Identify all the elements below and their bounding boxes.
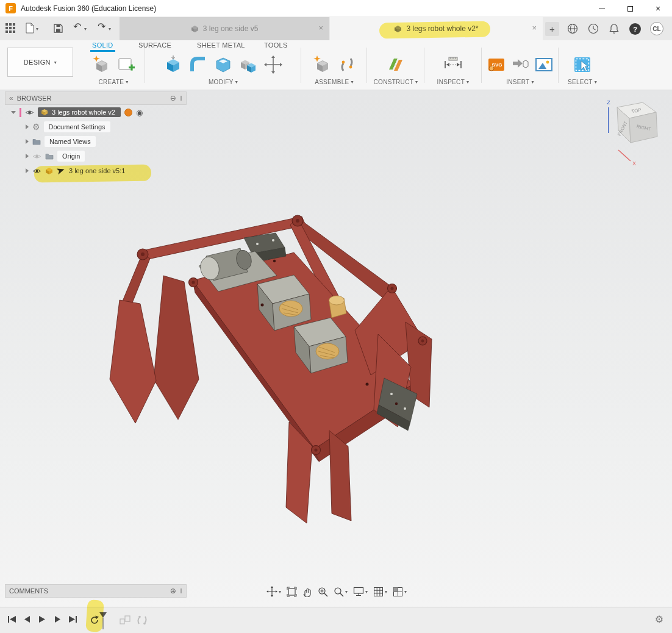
doc-tab-active[interactable]: 3 legs robot whole v2* ×	[330, 17, 543, 40]
browser-panel: « BROWSER ⊖ ‖ 3 legs robot whole v2 ◉ ⚙	[5, 91, 187, 178]
combine-icon[interactable]	[238, 55, 258, 74]
add-comment-icon[interactable]: ⊕	[170, 587, 176, 595]
expander-icon[interactable]	[26, 154, 29, 159]
save-icon[interactable]	[54, 24, 63, 33]
notifications-bell-icon[interactable]	[609, 23, 619, 34]
fillet-icon[interactable]	[188, 55, 208, 74]
tab-sheet-metal[interactable]: SHEET METAL	[195, 40, 247, 52]
web-browser-icon[interactable]	[567, 23, 578, 34]
workspace-label: DESIGN	[24, 59, 51, 66]
tab-solid[interactable]: SOLID	[90, 40, 115, 52]
assemble-new-component-icon[interactable]	[312, 55, 332, 74]
ribbon-separator	[301, 48, 301, 83]
visibility-eye-icon[interactable]	[25, 109, 34, 116]
shell-icon[interactable]	[213, 55, 233, 74]
maximize-button[interactable]	[616, 0, 644, 17]
display-settings[interactable]: ▾	[353, 587, 368, 596]
browser-item-origin[interactable]: Origin	[5, 149, 187, 163]
minimize-button[interactable]	[588, 0, 616, 17]
timeline-bar: ⚙	[0, 607, 672, 633]
create-sketch-icon[interactable]	[116, 55, 136, 74]
ground-target-icon[interactable]: ◉	[136, 109, 143, 116]
collapse-all-icon[interactable]: ⊖	[170, 94, 176, 102]
chevron-down-icon[interactable]: ▾	[36, 26, 38, 32]
browser-header[interactable]: « BROWSER ⊖ ‖	[5, 91, 187, 105]
doc-tab-inactive[interactable]: 3 leg one side v5 ×	[120, 17, 329, 40]
comments-bar[interactable]: COMMENTS ⊕ ‖	[5, 584, 187, 598]
tab-surface[interactable]: SURFACE	[137, 40, 173, 52]
help-button[interactable]: ?	[629, 23, 641, 35]
axis-x-label: X	[632, 160, 636, 166]
undo-icon[interactable]: ↶	[73, 22, 81, 32]
insert-mesh-icon[interactable]	[511, 55, 529, 74]
app-grid-icon[interactable]	[5, 23, 15, 33]
collapse-panel-icon[interactable]: «	[9, 95, 13, 102]
item-label: Document Settings	[44, 121, 110, 132]
move-copy-icon[interactable]	[263, 55, 283, 74]
chevron-down-icon[interactable]: ▾	[84, 26, 87, 32]
zoom-window-tool[interactable]: ▾	[334, 587, 348, 597]
expander-icon[interactable]	[26, 124, 29, 129]
workspace-selector[interactable]: DESIGN ▾	[7, 48, 73, 77]
grid-settings[interactable]: ▾	[373, 587, 387, 597]
visibility-eye-icon[interactable]	[32, 168, 41, 174]
job-status-clock-icon[interactable]	[588, 23, 599, 34]
viewport-canvas[interactable]: TOP FRONT RIGHT Z X « BROWSER ⊖ ‖ 3 legs…	[0, 90, 672, 607]
group-inspect-dropdown[interactable]: INSPECT ▾	[437, 79, 470, 85]
redo-icon[interactable]: ↷	[98, 22, 105, 32]
tab-close-icon[interactable]: ×	[532, 23, 537, 32]
root-component-item[interactable]: 3 legs robot whole v2	[38, 107, 121, 117]
panel-pin-icon[interactable]: ‖	[180, 588, 182, 595]
close-button[interactable]: ×	[644, 0, 672, 17]
timeline-settings-gear-icon[interactable]: ⚙	[655, 615, 663, 624]
select-icon[interactable]	[573, 55, 592, 74]
timeline-step-forward-icon[interactable]	[54, 615, 62, 623]
group-construct-dropdown[interactable]: CONSTRUCT ▾	[374, 79, 418, 85]
chevron-down-icon[interactable]: ▾	[109, 26, 111, 32]
ribbon-separator	[366, 48, 367, 83]
file-menu-icon[interactable]	[26, 23, 34, 34]
construct-plane-icon[interactable]	[385, 55, 406, 74]
new-tab-button[interactable]: +	[545, 22, 559, 36]
chevron-down-icon: ▾	[415, 79, 418, 85]
group-create-dropdown[interactable]: CREATE ▾	[99, 79, 129, 85]
zoom-icon	[318, 587, 328, 597]
timeline-play-icon[interactable]	[38, 615, 46, 623]
fit-tool[interactable]	[287, 587, 297, 597]
browser-item-document-settings[interactable]: ⚙ Document Settings	[5, 120, 187, 134]
measure-icon[interactable]	[443, 55, 463, 74]
new-component-icon[interactable]	[91, 55, 111, 74]
press-pull-icon[interactable]	[163, 55, 183, 74]
group-select-dropdown[interactable]: SELECT ▾	[568, 79, 597, 85]
timeline-skip-start-icon[interactable]	[7, 615, 16, 623]
browser-root-row[interactable]: 3 legs robot whole v2 ◉	[5, 105, 187, 120]
expander-icon[interactable]	[11, 111, 16, 114]
timeline-position-marker[interactable]	[99, 612, 107, 631]
canvas-image-icon[interactable]	[535, 55, 553, 74]
group-modify-dropdown[interactable]: MODIFY ▾	[209, 79, 238, 85]
tab-tools[interactable]: TOOLS	[262, 40, 290, 52]
grid-icon	[373, 587, 384, 597]
group-insert-dropdown[interactable]: INSERT ▾	[506, 79, 534, 85]
timeline-skip-end-icon[interactable]	[68, 615, 77, 623]
expander-icon[interactable]	[26, 168, 29, 173]
joint-icon[interactable]	[337, 55, 357, 74]
view-cube[interactable]: TOP FRONT RIGHT Z X	[594, 98, 667, 170]
expander-icon[interactable]	[26, 139, 29, 144]
group-assemble-dropdown[interactable]: ASSEMBLE ▾	[315, 79, 354, 85]
group-label: CREATE	[99, 79, 124, 85]
group-label: CONSTRUCT	[374, 79, 413, 85]
model-3d[interactable]	[91, 183, 470, 549]
insert-svg-icon[interactable]: SVG	[487, 55, 506, 74]
orbit-tool[interactable]: ▾	[266, 586, 281, 597]
pan-tool[interactable]	[302, 587, 312, 597]
browser-item-named-views[interactable]: Named Views	[5, 134, 187, 149]
account-avatar[interactable]: CL	[650, 22, 663, 35]
timeline-step-back-icon[interactable]	[23, 615, 31, 623]
tab-close-icon[interactable]: ×	[318, 23, 323, 32]
visibility-eye-off-icon[interactable]	[32, 153, 41, 160]
zoom-tool[interactable]	[318, 587, 328, 597]
viewports[interactable]: ▾	[393, 587, 407, 597]
browser-item-linked-component[interactable]: 3 leg one side v5:1	[5, 163, 187, 178]
panel-pin-icon[interactable]: ‖	[180, 95, 182, 102]
